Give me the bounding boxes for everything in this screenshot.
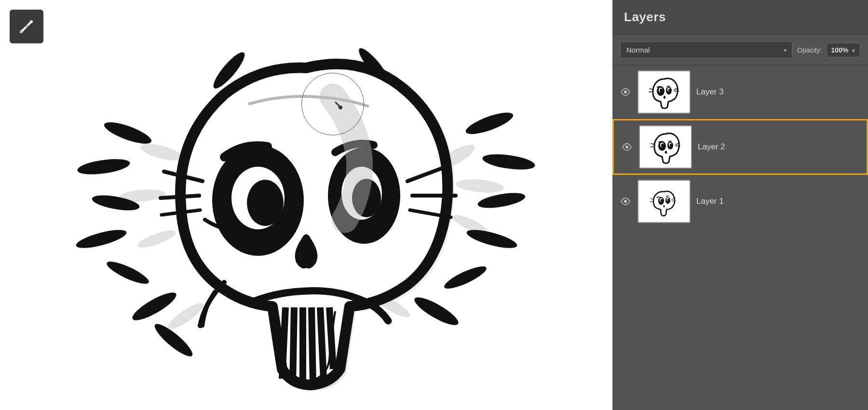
layer2-visibility-button[interactable] — [621, 141, 633, 153]
svg-point-59 — [661, 144, 664, 147]
opacity-label: Opacity: — [797, 46, 822, 54]
svg-line-32 — [329, 307, 333, 369]
svg-point-71 — [660, 199, 663, 202]
svg-point-15 — [74, 226, 128, 251]
svg-point-19 — [463, 108, 515, 138]
svg-point-7 — [139, 140, 184, 163]
layer-row-2[interactable]: Layer 2 — [612, 119, 868, 175]
layer1-name: Layer 1 — [696, 197, 861, 206]
layer1-visibility-button[interactable] — [619, 195, 632, 208]
svg-point-35 — [247, 180, 284, 226]
eye-icon-layer2 — [622, 143, 632, 151]
layer-row-1[interactable]: Layer 1 — [612, 175, 868, 228]
opacity-value[interactable]: 100% ▼ — [827, 43, 860, 57]
eye-icon-layer1 — [620, 198, 631, 205]
layer3-name: Layer 3 — [696, 87, 861, 97]
svg-line-31 — [320, 307, 324, 379]
skull-svg — [65, 17, 547, 393]
svg-point-56 — [625, 145, 628, 148]
layer3-visibility-button[interactable] — [619, 86, 632, 98]
svg-line-66 — [651, 146, 654, 147]
layer2-name: Layer 2 — [698, 142, 860, 152]
layer2-thumb-svg — [645, 130, 686, 164]
svg-point-5 — [455, 177, 504, 194]
svg-point-45 — [624, 91, 627, 93]
layer1-thumbnail — [637, 180, 691, 223]
svg-point-17 — [129, 288, 179, 324]
svg-line-30 — [312, 307, 313, 384]
svg-point-12 — [102, 118, 153, 148]
svg-point-9 — [136, 227, 177, 251]
svg-point-48 — [660, 89, 663, 93]
svg-line-28 — [293, 307, 294, 384]
svg-point-62 — [670, 144, 672, 146]
svg-point-16 — [104, 257, 151, 287]
svg-point-13 — [77, 156, 131, 177]
svg-line-55 — [649, 92, 653, 92]
layers-panel-header: Layers — [612, 0, 868, 35]
canvas-area — [0, 0, 612, 410]
svg-point-74 — [667, 199, 669, 201]
svg-point-2 — [30, 20, 33, 23]
layer-row-3[interactable]: Layer 3 — [612, 66, 868, 119]
layer1-thumb-svg — [644, 185, 685, 218]
svg-point-67 — [624, 200, 627, 203]
layer3-thumbnail — [637, 70, 691, 114]
svg-point-23 — [442, 262, 488, 292]
layers-panel: Layers Normal Multiply Screen Overlay Op… — [612, 0, 868, 228]
opacity-dropdown-arrow: ▼ — [851, 48, 856, 53]
svg-line-27 — [282, 307, 285, 379]
svg-point-24 — [411, 292, 461, 329]
blend-mode-select[interactable]: Normal Multiply Screen Overlay — [620, 41, 792, 58]
blend-mode-wrapper[interactable]: Normal Multiply Screen Overlay — [620, 41, 792, 58]
layers-panel-title: Layers — [624, 10, 666, 24]
panels-area: Layers Normal Multiply Screen Overlay Op… — [612, 0, 868, 410]
svg-point-51 — [668, 89, 670, 92]
svg-point-22 — [465, 226, 518, 251]
blend-opacity-row: Normal Multiply Screen Overlay Opacity: … — [612, 35, 868, 66]
layer2-thumbnail — [639, 125, 692, 169]
brush-icon — [17, 17, 36, 36]
eye-icon-layer3 — [620, 88, 631, 96]
layer3-thumb-svg — [644, 75, 685, 109]
brush-tool-button[interactable] — [10, 10, 43, 43]
svg-point-20 — [482, 151, 536, 172]
svg-line-42 — [161, 196, 199, 198]
skull-illustration — [65, 17, 547, 393]
svg-point-21 — [477, 190, 527, 211]
